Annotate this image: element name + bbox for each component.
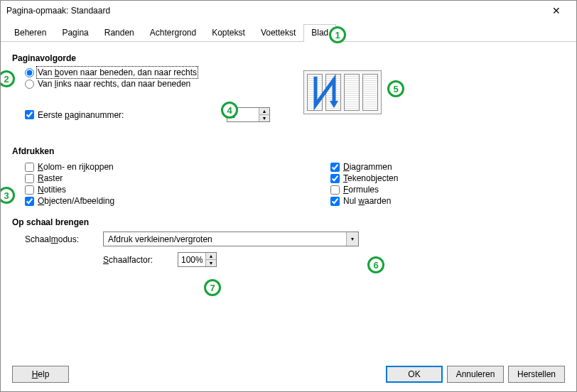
section-page-order-title: Paginavolgorde [12, 53, 565, 63]
preview-page-icon [325, 74, 341, 111]
close-button[interactable]: ✕ [542, 1, 571, 21]
tab-randen[interactable]: Randen [97, 24, 142, 42]
objects-label[interactable]: Objecten/Afbeelding [38, 196, 114, 206]
close-icon: ✕ [552, 5, 561, 16]
spin-down-icon[interactable]: ▼ [206, 259, 216, 266]
footer: Help OK Annuleren Herstellen [1, 357, 576, 391]
spin-down-icon[interactable]: ▼ [259, 114, 269, 121]
page-order-preview [303, 70, 382, 114]
first-page-number-label[interactable]: Eerste paginanummer: [38, 110, 227, 120]
tab-pagina[interactable]: Pagina [54, 24, 96, 42]
tab-koptekst[interactable]: Koptekst [204, 24, 253, 42]
zeros-label[interactable]: Nul waarden [343, 196, 391, 206]
radio-left-to-right-label[interactable]: Van links naar rechts, dan naar beneden [38, 79, 190, 89]
scale-factor-label: Schaalfactor: [103, 255, 178, 265]
spin-up-icon[interactable]: ▲ [259, 108, 269, 114]
tab-beheren[interactable]: Beheren [6, 24, 54, 42]
spin-up-icon[interactable]: ▲ [206, 253, 216, 259]
titlebar: Pagina-opmaak: Standaard ✕ [1, 1, 576, 21]
checkbox-objects[interactable] [25, 197, 34, 206]
chevron-down-icon[interactable]: ▾ [346, 232, 358, 246]
content-area: Paginavolgorde Van boven naar beneden, d… [1, 42, 576, 267]
checkbox-notes[interactable] [25, 185, 34, 195]
first-page-number-input[interactable] [227, 108, 259, 121]
help-button[interactable]: Help [12, 366, 69, 383]
scale-factor-input[interactable] [178, 253, 205, 266]
tab-voettekst[interactable]: Voettekst [253, 24, 303, 42]
checkbox-grid[interactable] [25, 174, 34, 183]
scale-mode-combo[interactable]: ▾ [103, 232, 359, 246]
tab-bar: Beheren Pagina Randen Achtergrond Koptek… [1, 21, 576, 42]
preview-page-icon [362, 74, 378, 111]
charts-label[interactable]: Diagrammen [343, 162, 392, 172]
window-title: Pagina-opmaak: Standaard [6, 6, 110, 16]
section-scale-title: Op schaal brengen [12, 217, 565, 227]
cancel-button[interactable]: Annuleren [447, 366, 504, 383]
checkbox-charts[interactable] [330, 163, 340, 172]
callout-2: 2 [0, 70, 15, 87]
scale-mode-label: Schaalmodus: [25, 234, 103, 244]
notes-label[interactable]: Notities [38, 185, 66, 195]
checkbox-zeros[interactable] [330, 197, 340, 206]
tab-achtergrond[interactable]: Achtergrond [142, 24, 204, 42]
scale-mode-input[interactable] [104, 232, 346, 246]
section-print-title: Afdrukken [12, 146, 565, 156]
col-row-headers-label[interactable]: Kolom- en rijkoppen [38, 162, 114, 172]
grid-label[interactable]: Raster [38, 173, 63, 183]
radio-top-to-bottom-label[interactable]: Van boven naar beneden, dan naar rechts [38, 67, 197, 77]
formulas-label[interactable]: Formules [343, 185, 379, 195]
checkbox-first-page-number[interactable] [25, 110, 34, 119]
ok-button[interactable]: OK [386, 366, 443, 383]
callout-7: 7 [204, 279, 221, 296]
preview-page-icon [344, 74, 360, 111]
preview-page-icon [307, 74, 323, 111]
checkbox-col-row-headers[interactable] [25, 163, 34, 172]
radio-top-to-bottom[interactable] [25, 68, 34, 77]
checkbox-formulas[interactable] [330, 185, 340, 195]
radio-left-to-right[interactable] [25, 80, 34, 89]
reset-button[interactable]: Herstellen [508, 366, 565, 383]
checkbox-drawings[interactable] [330, 174, 340, 183]
drawings-label[interactable]: Tekenobjecten [343, 173, 398, 183]
scale-factor-spinner[interactable]: ▲ ▼ [178, 252, 217, 267]
first-page-number-spinner[interactable]: ▲ ▼ [227, 107, 270, 122]
tab-blad[interactable]: Blad [303, 24, 336, 42]
callout-3: 3 [0, 187, 15, 204]
